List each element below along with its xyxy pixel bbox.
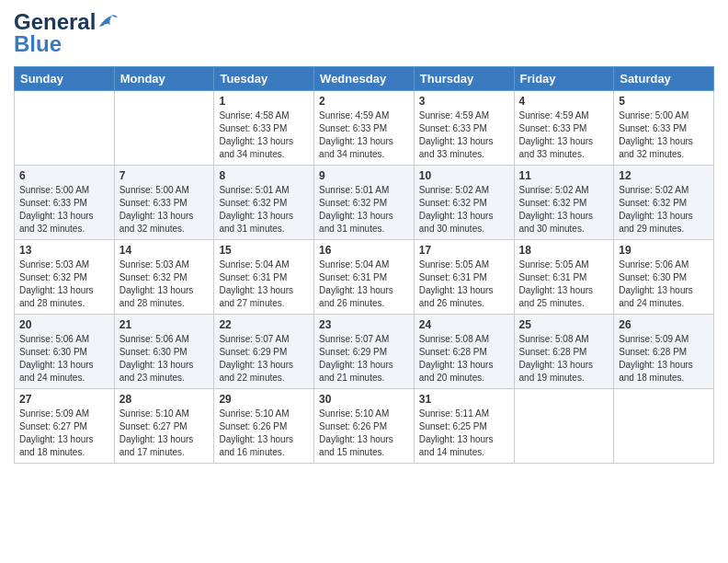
day-number: 7 — [119, 169, 210, 182]
cell-info: Sunrise: 5:00 AMSunset: 6:33 PMDaylight:… — [619, 109, 709, 161]
calendar-cell: 6Sunrise: 5:00 AMSunset: 6:33 PMDaylight… — [15, 166, 115, 240]
cell-info: Sunrise: 4:59 AMSunset: 6:33 PMDaylight:… — [519, 109, 609, 161]
cell-info: Sunrise: 4:59 AMSunset: 6:33 PMDaylight:… — [419, 109, 509, 161]
calendar-week-3: 13Sunrise: 5:03 AMSunset: 6:32 PMDayligh… — [15, 240, 714, 315]
calendar-cell — [614, 389, 714, 464]
cell-info: Sunrise: 5:01 AMSunset: 6:32 PMDaylight:… — [219, 184, 309, 236]
cell-info: Sunrise: 5:03 AMSunset: 6:32 PMDaylight:… — [19, 259, 109, 310]
calendar-cell: 15Sunrise: 5:04 AMSunset: 6:31 PMDayligh… — [214, 240, 314, 315]
day-number: 19 — [619, 244, 709, 257]
calendar-cell: 1Sunrise: 4:58 AMSunset: 6:33 PMDaylight… — [214, 91, 314, 166]
cell-info: Sunrise: 5:08 AMSunset: 6:28 PMDaylight:… — [419, 333, 509, 385]
day-number: 25 — [519, 318, 609, 331]
cell-info: Sunrise: 5:07 AMSunset: 6:29 PMDaylight:… — [219, 333, 309, 385]
calendar-week-5: 27Sunrise: 5:09 AMSunset: 6:27 PMDayligh… — [15, 389, 714, 464]
cell-info: Sunrise: 5:05 AMSunset: 6:31 PMDaylight:… — [519, 259, 609, 310]
calendar-cell: 30Sunrise: 5:10 AMSunset: 6:26 PMDayligh… — [314, 389, 415, 464]
col-header-monday: Monday — [114, 67, 214, 91]
calendar-cell: 8Sunrise: 5:01 AMSunset: 6:32 PMDaylight… — [214, 166, 314, 240]
calendar-cell — [514, 389, 614, 464]
day-number: 29 — [219, 393, 309, 406]
cell-info: Sunrise: 5:05 AMSunset: 6:31 PMDaylight:… — [419, 259, 509, 310]
day-number: 14 — [119, 244, 210, 257]
cell-info: Sunrise: 5:04 AMSunset: 6:31 PMDaylight:… — [219, 259, 309, 310]
cell-info: Sunrise: 5:06 AMSunset: 6:30 PMDaylight:… — [19, 333, 109, 385]
day-number: 5 — [619, 95, 709, 108]
cell-info: Sunrise: 5:06 AMSunset: 6:30 PMDaylight:… — [119, 333, 210, 385]
cell-info: Sunrise: 5:09 AMSunset: 6:28 PMDaylight:… — [619, 333, 709, 385]
col-header-tuesday: Tuesday — [214, 67, 314, 91]
day-number: 21 — [119, 318, 210, 331]
calendar-cell: 7Sunrise: 5:00 AMSunset: 6:33 PMDaylight… — [114, 166, 214, 240]
day-number: 12 — [619, 169, 709, 182]
day-number: 26 — [619, 318, 709, 331]
calendar-cell: 21Sunrise: 5:06 AMSunset: 6:30 PMDayligh… — [114, 315, 214, 389]
calendar-cell: 13Sunrise: 5:03 AMSunset: 6:32 PMDayligh… — [15, 240, 115, 315]
calendar-cell: 20Sunrise: 5:06 AMSunset: 6:30 PMDayligh… — [15, 315, 115, 389]
calendar-cell: 25Sunrise: 5:08 AMSunset: 6:28 PMDayligh… — [514, 315, 614, 389]
day-number: 11 — [519, 169, 609, 182]
cell-info: Sunrise: 5:02 AMSunset: 6:32 PMDaylight:… — [519, 184, 609, 236]
cell-info: Sunrise: 5:00 AMSunset: 6:33 PMDaylight:… — [19, 184, 109, 236]
calendar-cell: 24Sunrise: 5:08 AMSunset: 6:28 PMDayligh… — [414, 315, 514, 389]
calendar-week-1: 1Sunrise: 4:58 AMSunset: 6:33 PMDaylight… — [15, 91, 714, 166]
logo-bird-icon — [97, 14, 118, 30]
cell-info: Sunrise: 5:09 AMSunset: 6:27 PMDaylight:… — [19, 408, 109, 459]
cell-info: Sunrise: 4:58 AMSunset: 6:33 PMDaylight:… — [219, 109, 309, 161]
cell-info: Sunrise: 5:06 AMSunset: 6:30 PMDaylight:… — [619, 259, 709, 310]
calendar-cell: 26Sunrise: 5:09 AMSunset: 6:28 PMDayligh… — [614, 315, 714, 389]
day-number: 23 — [319, 318, 409, 331]
calendar-cell: 29Sunrise: 5:10 AMSunset: 6:26 PMDayligh… — [214, 389, 314, 464]
calendar-cell: 23Sunrise: 5:07 AMSunset: 6:29 PMDayligh… — [314, 315, 415, 389]
day-number: 27 — [19, 393, 109, 406]
calendar-cell: 18Sunrise: 5:05 AMSunset: 6:31 PMDayligh… — [514, 240, 614, 315]
calendar-cell — [15, 91, 115, 166]
day-number: 22 — [219, 318, 309, 331]
cell-info: Sunrise: 5:01 AMSunset: 6:32 PMDaylight:… — [319, 184, 409, 236]
day-number: 31 — [419, 393, 509, 406]
calendar-week-2: 6Sunrise: 5:00 AMSunset: 6:33 PMDaylight… — [15, 166, 714, 240]
calendar-cell: 3Sunrise: 4:59 AMSunset: 6:33 PMDaylight… — [414, 91, 514, 166]
page-header: General Blue — [14, 9, 714, 57]
calendar-cell: 5Sunrise: 5:00 AMSunset: 6:33 PMDaylight… — [614, 91, 714, 166]
day-number: 10 — [419, 169, 509, 182]
calendar-cell: 14Sunrise: 5:03 AMSunset: 6:32 PMDayligh… — [114, 240, 214, 315]
calendar-header-row: SundayMondayTuesdayWednesdayThursdayFrid… — [15, 67, 714, 91]
cell-info: Sunrise: 5:10 AMSunset: 6:27 PMDaylight:… — [119, 408, 210, 459]
day-number: 1 — [219, 95, 309, 108]
calendar-cell: 9Sunrise: 5:01 AMSunset: 6:32 PMDaylight… — [314, 166, 415, 240]
col-header-sunday: Sunday — [15, 67, 115, 91]
calendar-cell: 31Sunrise: 5:11 AMSunset: 6:25 PMDayligh… — [414, 389, 514, 464]
day-number: 4 — [519, 95, 609, 108]
day-number: 30 — [319, 393, 409, 406]
col-header-friday: Friday — [514, 67, 614, 91]
day-number: 24 — [419, 318, 509, 331]
col-header-saturday: Saturday — [614, 67, 714, 91]
cell-info: Sunrise: 5:11 AMSunset: 6:25 PMDaylight:… — [419, 408, 509, 459]
day-number: 17 — [419, 244, 509, 257]
day-number: 15 — [219, 244, 309, 257]
day-number: 3 — [419, 95, 509, 108]
calendar-cell: 11Sunrise: 5:02 AMSunset: 6:32 PMDayligh… — [514, 166, 614, 240]
calendar-cell: 17Sunrise: 5:05 AMSunset: 6:31 PMDayligh… — [414, 240, 514, 315]
cell-info: Sunrise: 5:02 AMSunset: 6:32 PMDaylight:… — [619, 184, 709, 236]
day-number: 2 — [319, 95, 409, 108]
calendar-table: SundayMondayTuesdayWednesdayThursdayFrid… — [14, 66, 714, 464]
day-number: 18 — [519, 244, 609, 257]
calendar-cell: 12Sunrise: 5:02 AMSunset: 6:32 PMDayligh… — [614, 166, 714, 240]
calendar-cell: 10Sunrise: 5:02 AMSunset: 6:32 PMDayligh… — [414, 166, 514, 240]
day-number: 13 — [19, 244, 109, 257]
day-number: 6 — [19, 169, 109, 182]
day-number: 9 — [319, 169, 409, 182]
day-number: 16 — [319, 244, 409, 257]
calendar-cell: 19Sunrise: 5:06 AMSunset: 6:30 PMDayligh… — [614, 240, 714, 315]
cell-info: Sunrise: 5:08 AMSunset: 6:28 PMDaylight:… — [519, 333, 609, 385]
day-number: 20 — [19, 318, 109, 331]
cell-info: Sunrise: 5:04 AMSunset: 6:31 PMDaylight:… — [319, 259, 409, 310]
calendar-cell: 28Sunrise: 5:10 AMSunset: 6:27 PMDayligh… — [114, 389, 214, 464]
cell-info: Sunrise: 5:10 AMSunset: 6:26 PMDaylight:… — [219, 408, 309, 459]
calendar-cell — [114, 91, 214, 166]
cell-info: Sunrise: 5:07 AMSunset: 6:29 PMDaylight:… — [319, 333, 409, 385]
cell-info: Sunrise: 5:10 AMSunset: 6:26 PMDaylight:… — [319, 408, 409, 459]
calendar-cell: 4Sunrise: 4:59 AMSunset: 6:33 PMDaylight… — [514, 91, 614, 166]
